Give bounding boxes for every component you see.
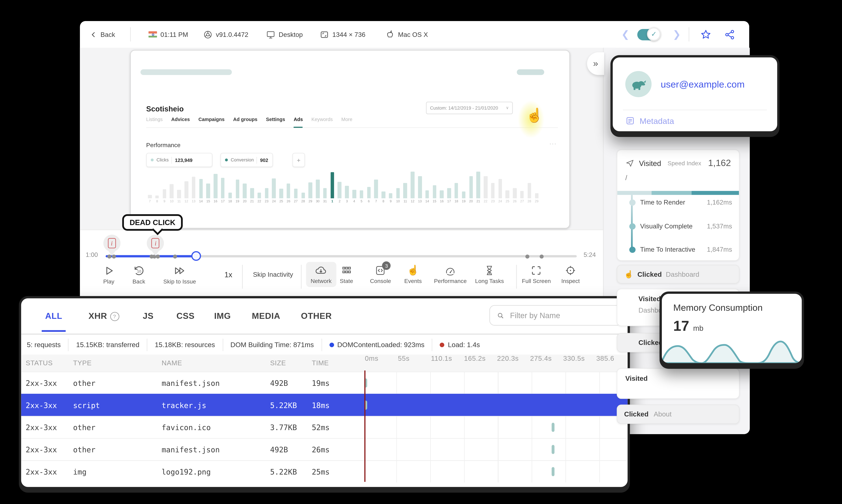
metadata-button[interactable]: Metadata [625, 116, 674, 126]
event-clicked-about[interactable]: Clicked About [617, 404, 739, 424]
table-row[interactable]: 2xx-3xximglogo192.png5.22KB25ms [21, 460, 627, 483]
event-clicked-dashboard[interactable]: ☝ Clicked Dashboard [617, 265, 739, 284]
toggle-knob: ✓ [647, 27, 661, 41]
skip-inactivity-button[interactable]: Skip Inactivity [253, 271, 293, 278]
inspect-button[interactable]: Inspect [561, 265, 580, 284]
events-panel-button[interactable]: ☝ Events [404, 265, 422, 284]
chart-x-label: 23 [489, 199, 497, 205]
cell-time: 18ms [312, 401, 363, 409]
timeline-event-dot[interactable] [539, 254, 543, 258]
share-button[interactable] [724, 21, 736, 48]
prev-session-button[interactable]: ❮ [621, 21, 629, 48]
search-icon [497, 311, 504, 320]
timeline-event-dot[interactable] [173, 254, 177, 258]
metric-label: Conversion [231, 157, 254, 162]
visited-navigate-icon [625, 159, 634, 168]
device-info: Desktop [266, 21, 303, 48]
chart-bar [184, 181, 188, 198]
site-tab-campaigns[interactable]: Campaigns [198, 116, 225, 122]
site-tab-ads[interactable]: Ads [294, 116, 303, 122]
resolution-info: 1344 × 736 [320, 21, 365, 48]
chart-x-label: 29 [307, 199, 314, 205]
device-label: Desktop [279, 31, 303, 38]
controls-divider [516, 265, 517, 289]
table-row[interactable]: 2xx-3xxothermanifest.json492B19ms [21, 372, 627, 394]
network-panel-button[interactable]: Network [306, 262, 336, 287]
back-10s-button[interactable]: 10 Back [132, 265, 145, 285]
tab-js[interactable]: JS [143, 311, 154, 320]
table-row[interactable]: 2xx-3xxothermanifest.json492B26ms [21, 438, 627, 461]
table-row[interactable]: 2xx-3xxscripttracker.js5.22KB18ms [21, 394, 627, 416]
site-tab-listings[interactable]: Listings [146, 116, 163, 122]
chart-bar [265, 188, 268, 198]
metric-card-conversion[interactable]: Conversion 902 [220, 153, 273, 167]
network-filter[interactable] [489, 305, 622, 326]
tab-other[interactable]: OTHER [301, 311, 332, 320]
chart-bar [177, 190, 181, 198]
site-title: Scotisheio [146, 105, 184, 113]
timeline-event-dot[interactable] [525, 254, 529, 258]
console-panel-button[interactable]: 3 Console [370, 265, 391, 284]
milestone-row: Visually Complete 1,537ms [632, 223, 732, 230]
more-menu-icon[interactable]: ··· [549, 140, 557, 147]
performance-panel-button[interactable]: Performance [434, 265, 467, 284]
issue-marker[interactable]: i [147, 235, 164, 252]
play-button[interactable]: Play [103, 265, 115, 285]
full-screen-button[interactable]: Full Screen [522, 265, 551, 284]
metric-dot [151, 159, 154, 161]
divider [623, 110, 767, 110]
chart-x-label: 1 [329, 199, 336, 205]
help-icon[interactable]: ? [110, 312, 119, 321]
table-row[interactable]: 2xx-3xxotherfavicon.ico3.77KB52ms [21, 416, 627, 438]
metric-card-clicks[interactable]: Clicks 123,949 [146, 153, 212, 167]
long-tasks-panel-button[interactable]: Long Tasks [475, 265, 504, 284]
tab-media[interactable]: MEDIA [252, 311, 280, 320]
site-tab-advices[interactable]: Advices [171, 116, 190, 122]
session-replay-app: Back 01:11 PM v91.0.4472 Desktop 1344 × … [0, 0, 842, 504]
tab-img[interactable]: IMG [214, 311, 231, 320]
chart-x-label: 22 [482, 199, 489, 205]
autoplay-toggle[interactable]: ✓ [637, 29, 659, 40]
user-email[interactable]: user@example.com [661, 79, 745, 90]
chart-bar [192, 177, 196, 198]
chart-x-label: 14 [424, 199, 431, 205]
chart-x-label: 8 [380, 199, 387, 205]
chart-x-label: 13 [190, 199, 197, 205]
cell-name: logo192.png [162, 467, 270, 476]
chart-bar [454, 183, 458, 198]
load-phase-segment [651, 191, 692, 195]
timeline-scrubber-handle[interactable] [192, 251, 201, 261]
filter-by-name-input[interactable] [509, 310, 614, 320]
speed-index-label: Speed Index [667, 160, 701, 167]
chart-x-label: 21 [474, 199, 482, 205]
india-flag-icon [148, 31, 157, 38]
next-session-button[interactable]: ❯ [673, 21, 681, 48]
favorite-button[interactable] [700, 21, 712, 48]
timeline-track[interactable] [106, 255, 577, 257]
site-tab-keywords[interactable]: Keywords [311, 116, 333, 122]
transferred-stat: 15.15KB: transferred [69, 338, 147, 351]
back-button[interactable]: Back [90, 21, 115, 48]
user-identity-card: user@example.com Metadata [610, 55, 780, 133]
event-visited[interactable]: Visited [617, 368, 739, 399]
state-panel-button[interactable]: State [340, 265, 353, 284]
double-chevron-right-icon: » [593, 58, 598, 69]
site-tab-ad-groups[interactable]: Ad groups [233, 116, 257, 122]
tab-xhr[interactable]: XHR? [89, 311, 119, 321]
site-tab-settings[interactable]: Settings [266, 116, 285, 122]
chart-x-label: 17 [219, 199, 227, 205]
chart-bar [236, 179, 239, 198]
site-tab-more[interactable]: More [341, 116, 353, 122]
date-range-select[interactable]: Custom: 14/12/2019 - 21/01/2020 ∨ [426, 102, 513, 114]
add-metric-button[interactable]: + [292, 153, 305, 167]
skip-to-issue-button[interactable]: Skip to Issue [163, 265, 196, 285]
memory-card-title: Memory Consumption [662, 294, 802, 313]
visited-speed-index-card[interactable]: Visited Speed Index 1,162 / Time to Rend… [617, 149, 739, 261]
chart-x-label: 20 [467, 199, 474, 205]
playback-speed-button[interactable]: 1x [225, 271, 232, 279]
tab-css[interactable]: CSS [177, 311, 195, 320]
os-info: Mac OS X [386, 21, 428, 48]
waterfall-tick-label: 110.1s [429, 355, 462, 372]
tab-all[interactable]: ALL [45, 311, 62, 320]
issue-marker[interactable]: i [103, 235, 120, 252]
